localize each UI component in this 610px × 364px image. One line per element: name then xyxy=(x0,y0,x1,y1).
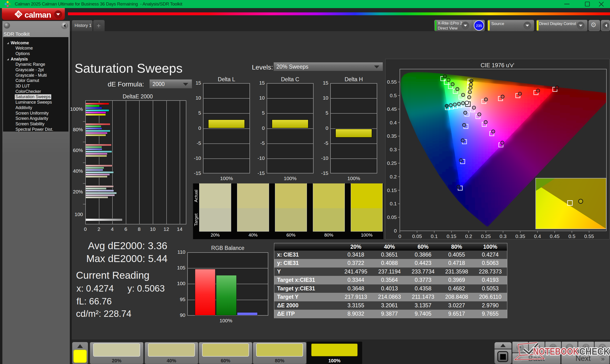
svg-text:0.25: 0.25 xyxy=(481,234,491,239)
svg-text:0: 0 xyxy=(394,228,397,234)
svg-text:0.45: 0.45 xyxy=(550,234,559,239)
svg-text:0.35: 0.35 xyxy=(387,133,397,139)
svg-text:0.3: 0.3 xyxy=(390,147,397,152)
svg-text:235: 235 xyxy=(476,24,482,28)
svg-text:NOTEBOOK: NOTEBOOK xyxy=(533,346,579,357)
svg-text:0.4: 0.4 xyxy=(534,234,541,239)
svg-text:0.05: 0.05 xyxy=(412,234,422,239)
svg-text:0.45: 0.45 xyxy=(387,106,397,112)
svg-text:0.05: 0.05 xyxy=(387,214,397,220)
svg-text:0.35: 0.35 xyxy=(515,234,525,239)
svg-text:0.25: 0.25 xyxy=(387,160,397,166)
svg-text:0.1: 0.1 xyxy=(390,201,397,206)
svg-text:0.3: 0.3 xyxy=(500,234,506,239)
svg-text:0.2: 0.2 xyxy=(390,174,397,179)
svg-text:0.55: 0.55 xyxy=(387,79,397,85)
svg-text:0.2: 0.2 xyxy=(465,234,472,239)
svg-text:0.1: 0.1 xyxy=(431,234,438,239)
svg-text:0.55: 0.55 xyxy=(584,234,594,239)
svg-text:0.15: 0.15 xyxy=(447,234,456,239)
svg-text:0.5: 0.5 xyxy=(568,234,575,239)
svg-text:0.15: 0.15 xyxy=(387,187,397,193)
svg-text:0: 0 xyxy=(398,234,401,239)
svg-text:CHECK: CHECK xyxy=(579,346,610,357)
svg-text:0.4: 0.4 xyxy=(390,120,397,125)
svg-text:0.5: 0.5 xyxy=(390,93,397,98)
